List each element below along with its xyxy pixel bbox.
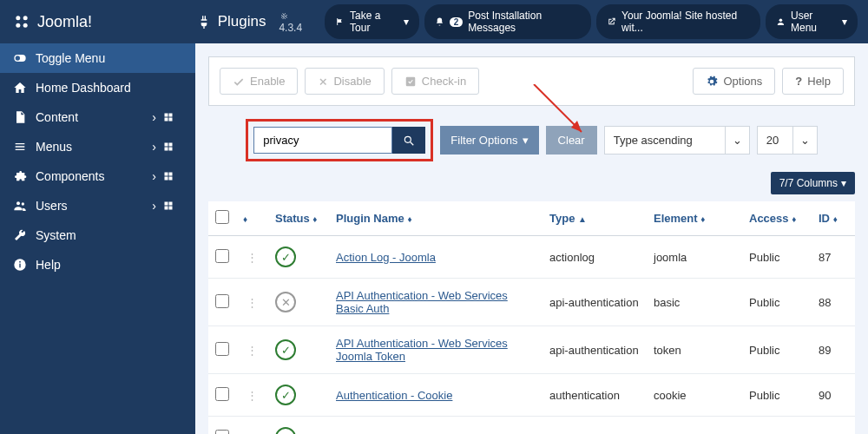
svg-point-31: [405, 136, 411, 142]
plugin-name-link[interactable]: Action Log - Joomla: [336, 251, 436, 264]
sidebar-system[interactable]: System: [0, 220, 195, 250]
svg-point-27: [19, 261, 21, 263]
col-type[interactable]: Type: [549, 212, 575, 225]
plugin-name-link[interactable]: Authentication - Joomla: [336, 431, 454, 435]
cell-id: 89: [812, 326, 855, 374]
grid-icon[interactable]: [163, 171, 174, 181]
sidebar: Toggle Menu Home Dashboard Content › Men…: [0, 43, 195, 434]
plugin-name-link[interactable]: API Authentication - Web Services Joomla…: [336, 337, 508, 363]
svg-rect-22: [169, 202, 173, 206]
col-status[interactable]: Status: [275, 212, 310, 225]
close-icon: [318, 76, 328, 87]
sort-select-toggle[interactable]: ⌄: [726, 126, 750, 155]
bell-icon: [435, 16, 444, 27]
cell-id: 88: [812, 279, 855, 326]
limit-select[interactable]: 20: [757, 126, 793, 155]
svg-line-32: [411, 141, 414, 145]
row-reorder-handle[interactable]: ⋮: [243, 389, 261, 402]
plugins-table: ♦ Status ♦ Plugin Name ♦ Type ▲ Element …: [208, 201, 855, 434]
col-name[interactable]: Plugin Name: [336, 212, 404, 225]
cell-access: Public: [742, 279, 812, 326]
status-enabled-icon[interactable]: ✓: [275, 247, 296, 267]
status-disabled-icon[interactable]: ✕: [275, 292, 296, 312]
plugin-name-link[interactable]: Authentication - Cookie: [336, 389, 452, 402]
col-access[interactable]: Access: [749, 212, 789, 225]
cell-access: Public: [742, 417, 812, 435]
row-checkbox[interactable]: [215, 342, 229, 356]
sidebar-components[interactable]: Components ›: [0, 161, 195, 191]
row-checkbox[interactable]: [215, 387, 229, 401]
sort-select[interactable]: Type ascending: [604, 126, 726, 155]
row-reorder-handle[interactable]: ⋮: [243, 296, 261, 309]
hosting-link[interactable]: Your Joomla! Site hosted wit...: [596, 4, 760, 39]
columns-toggle-button[interactable]: 7/7 Columns ▾: [771, 172, 855, 194]
checkin-button[interactable]: Check-in: [391, 68, 479, 95]
chevron-right-icon: ›: [152, 199, 156, 213]
sidebar-users[interactable]: Users ›: [0, 191, 195, 220]
cell-id: 90: [812, 374, 855, 417]
chevron-down-icon: ⌄: [733, 134, 742, 147]
search-input[interactable]: [253, 127, 392, 154]
sort-asc-icon: ▲: [578, 214, 587, 224]
take-tour-button[interactable]: Take a Tour ▾: [325, 4, 419, 39]
plugin-name-link[interactable]: API Authentication - Web Services Basic …: [336, 289, 508, 315]
question-icon: ?: [795, 75, 802, 88]
cell-type: authentication: [542, 417, 647, 435]
chevron-right-icon: ›: [152, 140, 156, 154]
toolbar: Enable Disable Check-in Options ? Help: [208, 56, 855, 106]
sidebar-help[interactable]: Help: [0, 250, 195, 279]
cell-type: actionlog: [542, 236, 647, 279]
page-heading: Plugins: [184, 13, 279, 30]
sidebar-menus[interactable]: Menus ›: [0, 132, 195, 161]
svg-rect-15: [165, 173, 168, 176]
svg-rect-8: [169, 114, 173, 117]
svg-rect-10: [169, 118, 173, 122]
status-enabled-icon[interactable]: ✓: [275, 427, 296, 434]
sidebar-home[interactable]: Home Dashboard: [0, 73, 195, 102]
checkbox-icon: [404, 76, 417, 88]
options-button[interactable]: Options: [693, 68, 775, 95]
grid-icon[interactable]: [163, 112, 174, 122]
grid-icon[interactable]: [163, 201, 174, 211]
row-reorder-handle[interactable]: ⋮: [243, 431, 261, 435]
plug-icon: [197, 15, 211, 29]
status-enabled-icon[interactable]: ✓: [275, 339, 296, 360]
svg-point-2: [16, 23, 20, 28]
col-id[interactable]: ID: [819, 212, 830, 225]
brand-logo: Joomla!: [0, 13, 184, 31]
svg-rect-21: [165, 202, 168, 206]
cell-element: joomla: [647, 417, 742, 435]
sidebar-content[interactable]: Content ›: [0, 102, 195, 132]
filter-options-button[interactable]: Filter Options ▾: [440, 126, 538, 155]
limit-select-toggle[interactable]: ⌄: [793, 126, 818, 155]
enable-button[interactable]: Enable: [220, 68, 298, 95]
status-enabled-icon[interactable]: ✓: [275, 385, 296, 405]
select-all-checkbox[interactable]: [215, 210, 229, 224]
svg-point-3: [23, 23, 28, 28]
sidebar-toggle-menu[interactable]: Toggle Menu: [0, 43, 195, 73]
cell-access: Public: [742, 236, 812, 279]
row-reorder-handle[interactable]: ⋮: [243, 344, 261, 357]
svg-point-0: [16, 16, 20, 20]
joomla-icon: [13, 13, 30, 30]
sort-icon[interactable]: ♦: [243, 214, 247, 224]
toggle-icon: [13, 51, 27, 65]
clear-button[interactable]: Clear: [546, 126, 597, 155]
user-icon: [776, 16, 786, 27]
svg-point-1: [23, 16, 28, 20]
svg-rect-28: [406, 76, 416, 86]
chevron-down-icon: ▾: [404, 16, 409, 28]
chevron-down-icon: ▾: [523, 134, 529, 147]
post-install-msgs-button[interactable]: 2 Post Installation Messages: [424, 4, 591, 39]
row-checkbox[interactable]: [215, 430, 229, 435]
search-button[interactable]: [392, 127, 425, 154]
grid-icon[interactable]: [163, 141, 174, 152]
row-checkbox[interactable]: [215, 294, 229, 308]
col-element[interactable]: Element: [654, 212, 698, 225]
help-button[interactable]: ? Help: [782, 68, 844, 95]
user-menu-button[interactable]: User Menu ▾: [766, 4, 858, 39]
disable-button[interactable]: Disable: [305, 68, 384, 95]
row-reorder-handle[interactable]: ⋮: [243, 251, 261, 264]
svg-rect-26: [19, 264, 20, 268]
row-checkbox[interactable]: [215, 249, 229, 263]
